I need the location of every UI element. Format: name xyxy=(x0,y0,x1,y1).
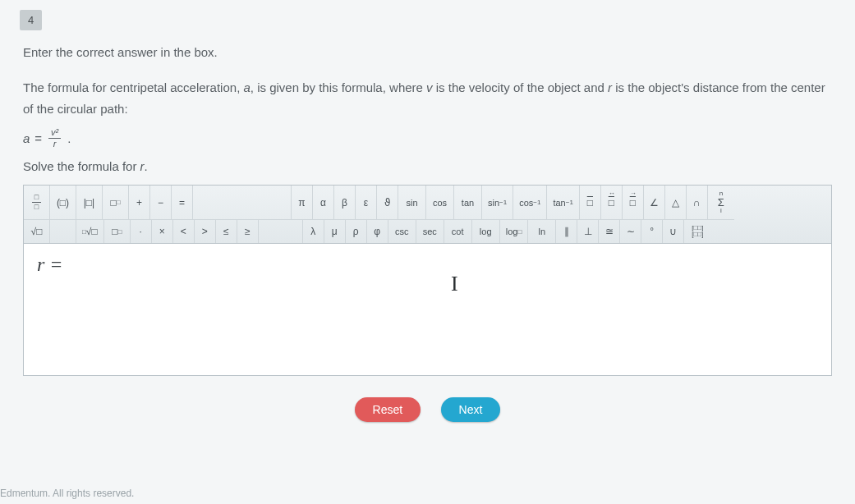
asin-label: sin xyxy=(488,198,499,208)
var-a: a xyxy=(243,80,250,94)
formula-denominator: r xyxy=(51,139,59,149)
exp-base-icon: □ xyxy=(110,197,116,208)
cong-button[interactable]: ≅ xyxy=(599,220,620,243)
le-button[interactable]: ≤ xyxy=(216,220,237,243)
sub-sub-icon: □ xyxy=(117,228,122,236)
mu-button[interactable]: μ xyxy=(324,220,346,243)
next-button[interactable]: Next xyxy=(441,397,501,422)
toolbar-row-1: □□ (□) |□| □□ + − = π α β ε ϑ sin cos ta… xyxy=(24,186,831,220)
angle-button[interactable]: ∠ xyxy=(644,186,665,220)
beta-button[interactable]: β xyxy=(334,186,356,220)
pi-button[interactable]: π xyxy=(292,186,313,220)
spacer2 xyxy=(50,220,76,243)
acos-label: cos xyxy=(519,198,533,208)
perp-button[interactable]: ⊥ xyxy=(577,220,599,243)
equals-button[interactable]: = xyxy=(172,186,193,220)
answer-prefix: r = xyxy=(37,254,63,275)
matrix-button[interactable]: [□□][□□] xyxy=(684,220,710,243)
epsilon-button[interactable]: ε xyxy=(356,186,377,220)
rho-button[interactable]: ρ xyxy=(346,220,367,243)
harr-icon: □ xyxy=(609,197,614,208)
subscript-button[interactable]: □□ xyxy=(104,220,131,243)
cot-button[interactable]: cot xyxy=(444,220,472,243)
cos-button[interactable]: cos xyxy=(426,186,454,220)
logn-sub: □ xyxy=(517,228,522,236)
atan-sup: −1 xyxy=(566,199,573,206)
solve-part: . xyxy=(145,159,148,173)
solve-instruction: Solve the formula for r. xyxy=(23,159,832,173)
asin-button[interactable]: sin−1 xyxy=(482,186,513,220)
math-toolbar: □□ (□) |□| □□ + − = π α β ε ϑ sin cos ta… xyxy=(24,186,831,244)
gt-button[interactable]: > xyxy=(195,220,216,243)
triangle-button[interactable]: △ xyxy=(665,186,687,220)
dot-button[interactable]: · xyxy=(131,220,152,243)
degree-button[interactable]: ° xyxy=(641,220,663,243)
nroot-button[interactable]: □√□ xyxy=(76,220,104,243)
atan-label: tan xyxy=(553,198,565,208)
rarr-arrow-icon: → xyxy=(630,190,637,197)
prompt-part: The formula for centripetal acceleration… xyxy=(23,80,243,94)
prompt-part: is the velocity of the object and xyxy=(433,80,608,94)
prompt-part: , is given by this formula, where xyxy=(251,80,426,94)
toolbar-row-2: √□ □√□ □□ · × < > ≤ ≥ λ μ ρ φ csc sec co… xyxy=(24,220,831,243)
sub-base-icon: □ xyxy=(112,226,117,237)
vartheta-button[interactable]: ϑ xyxy=(377,186,398,220)
tan-button[interactable]: tan xyxy=(454,186,482,220)
formula-fraction: v² r xyxy=(48,127,61,149)
bar-icon: □ xyxy=(587,197,593,208)
csc-button[interactable]: csc xyxy=(388,220,416,243)
alpha-button[interactable]: α xyxy=(313,186,334,220)
var-v: v xyxy=(426,80,433,94)
instruction-text: Enter the correct answer in the box. xyxy=(23,45,832,59)
logn-button[interactable]: log□ xyxy=(500,220,529,243)
answer-input-area[interactable]: r = I xyxy=(24,244,831,375)
union-button[interactable]: ∪ xyxy=(663,220,684,243)
spacer xyxy=(193,186,292,220)
exponent-button[interactable]: □□ xyxy=(103,186,129,220)
summation-button[interactable]: nΣi xyxy=(708,186,734,220)
atan-button[interactable]: tan−1 xyxy=(547,186,579,220)
text-cursor-icon: I xyxy=(451,272,458,296)
spacer3 xyxy=(259,220,303,243)
ge-button[interactable]: ≥ xyxy=(237,220,259,243)
exp-sup-icon: □ xyxy=(117,199,121,206)
sin-button[interactable]: sin xyxy=(398,186,426,220)
formula-numerator: v² xyxy=(48,127,61,139)
sqrt-button[interactable]: √□ xyxy=(24,220,50,243)
action-buttons: Reset Next xyxy=(23,397,832,422)
asin-sup: −1 xyxy=(499,199,507,206)
rarr-button[interactable]: □→ xyxy=(623,186,644,220)
plus-button[interactable]: + xyxy=(129,186,150,220)
sum-bot-icon: i xyxy=(720,208,722,214)
paren-button[interactable]: (□) xyxy=(50,186,76,220)
reset-button[interactable]: Reset xyxy=(355,397,421,422)
sim-button[interactable]: ∼ xyxy=(620,220,641,243)
minus-button[interactable]: − xyxy=(150,186,172,220)
harr-arrow-icon: ↔ xyxy=(609,190,615,197)
ln-button[interactable]: ln xyxy=(528,220,556,243)
fraction-button[interactable]: □□ xyxy=(24,186,50,220)
sec-button[interactable]: sec xyxy=(416,220,444,243)
lambda-button[interactable]: λ xyxy=(303,220,324,243)
acos-button[interactable]: cos−1 xyxy=(513,186,547,220)
abs-button[interactable]: |□| xyxy=(76,186,103,220)
times-button[interactable]: × xyxy=(152,220,173,243)
rarr-icon: □ xyxy=(630,197,636,208)
frac-den-icon: □ xyxy=(32,203,41,212)
matrix-r2: □□ xyxy=(693,231,701,238)
phi-button[interactable]: φ xyxy=(367,220,388,243)
nroot-icon: √□ xyxy=(86,226,98,237)
logn-label: log xyxy=(506,227,518,236)
lt-button[interactable]: < xyxy=(173,220,195,243)
problem-prompt: The formula for centripetal acceleration… xyxy=(23,77,832,119)
formula-period: . xyxy=(67,131,71,145)
copyright-footer: Edmentum. All rights reserved. xyxy=(0,488,134,499)
intersect-button[interactable]: ∩ xyxy=(687,186,708,220)
parallel-button[interactable]: ∥ xyxy=(556,220,577,243)
bar-button[interactable]: □ xyxy=(580,186,601,220)
formula-display: a = v² r . xyxy=(23,127,832,149)
solve-part: Solve the formula for xyxy=(23,159,140,173)
log-button[interactable]: log xyxy=(472,220,500,243)
harr-button[interactable]: □↔ xyxy=(601,186,623,220)
frac-num-icon: □ xyxy=(32,193,41,203)
